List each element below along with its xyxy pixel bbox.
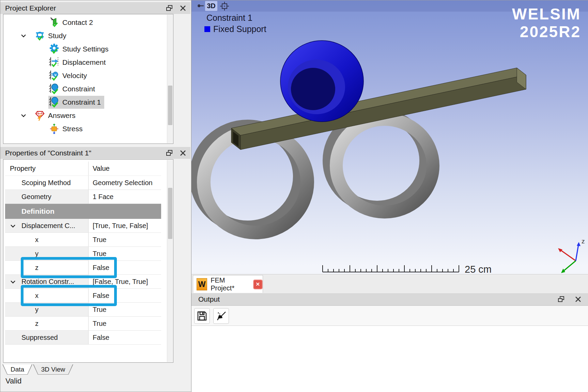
property-value-cell[interactable]: False	[89, 331, 161, 344]
property-row-displacement-c[interactable]: Displacement C...[True, True, False]	[5, 219, 161, 233]
tree-item-displacement[interactable]: Displacement	[4, 56, 166, 69]
property-value-cell[interactable]: [False, True, True]	[89, 275, 161, 288]
properties-scrollbar[interactable]	[167, 160, 173, 362]
contact-icon	[49, 17, 60, 28]
property-row-suppressed[interactable]: SuppressedFalse	[5, 331, 161, 345]
save-output-button[interactable]	[194, 308, 210, 324]
property-name-cell: Geometry	[5, 190, 89, 203]
property-value-cell[interactable]: False	[89, 261, 161, 274]
tree-scrollbar[interactable]	[167, 15, 173, 143]
document-close-icon[interactable]: ✕	[253, 280, 263, 289]
tree-item-label: Study	[48, 32, 66, 40]
property-row-y[interactable]: yTrue	[5, 303, 161, 317]
property-row-z[interactable]: zTrue	[5, 317, 161, 331]
legend-label: Fixed Support	[213, 24, 266, 34]
viewport-3d[interactable]: 3D	[191, 0, 588, 274]
property-value-cell[interactable]: 1 Face	[89, 190, 161, 203]
welsim-watermark: WELSIM 2025R2	[512, 5, 581, 41]
tab-data[interactable]: Data	[2, 364, 32, 375]
pin-icon[interactable]	[197, 3, 204, 11]
property-value-cell[interactable]: True	[89, 247, 161, 260]
close-panel-icon[interactable]	[180, 150, 186, 156]
expand-chevron-icon[interactable]	[20, 112, 29, 119]
properties-table: Property Value Scoping MethodGeometry Se…	[5, 162, 161, 345]
stress-icon	[49, 123, 60, 135]
tree-item-contact-2[interactable]: Contact 2	[4, 16, 166, 29]
properties-header: Properties of "Constraint 1"	[0, 147, 190, 159]
tree-item-study-settings[interactable]: Study Settings	[4, 42, 166, 56]
output-header: Output	[191, 293, 588, 306]
tab-data-label: Data	[11, 366, 24, 373]
property-row-x[interactable]: xFalse	[5, 289, 161, 303]
float-panel-icon[interactable]	[166, 150, 173, 156]
output-toolbar	[191, 306, 588, 326]
tree-item-label: Velocity	[62, 72, 87, 80]
property-name-cell: y	[5, 247, 89, 260]
output-log-area	[191, 326, 588, 392]
property-value-cell[interactable]: True	[89, 233, 161, 246]
tree-item-label: Contact 2	[62, 18, 93, 27]
scale-label: 25 cm	[465, 264, 492, 274]
property-value-cell[interactable]: True	[89, 303, 161, 316]
study-settings-icon	[49, 43, 60, 55]
tree-item-label: Answers	[48, 111, 76, 120]
property-row-rotation-constr[interactable]: Rotation Constr...[False, True, True]	[5, 275, 161, 289]
viewport-annotation-title: Constraint 1	[206, 13, 252, 23]
crosshair-target-icon[interactable]	[220, 2, 229, 12]
properties-panel-body: Property Value Scoping MethodGeometry Se…	[3, 159, 173, 363]
tree-item-velocity[interactable]: vVelocity	[4, 69, 166, 82]
viewport-tab-3d[interactable]: 3D	[205, 1, 217, 11]
property-name-cell: Rotation Constr...	[5, 275, 89, 288]
property-name-cell: x	[5, 233, 89, 246]
welsim-file-icon: W	[197, 278, 207, 290]
tree-item-label: Constraint	[62, 85, 95, 93]
property-value-cell[interactable]: [True, True, False]	[89, 219, 161, 232]
viewport-3d-scene[interactable]: 25 cm z	[191, 12, 588, 274]
property-row-x[interactable]: xTrue	[5, 233, 161, 247]
study-icon	[35, 30, 46, 42]
property-name-cell: z	[5, 317, 89, 330]
property-value-cell[interactable]: Geometry Selection	[89, 176, 161, 190]
properties-title: Properties of "Constraint 1"	[5, 149, 91, 157]
tree-item-answers[interactable]: Answers	[4, 109, 166, 122]
property-row-z[interactable]: zFalse	[5, 261, 161, 275]
property-row-scoping-method[interactable]: Scoping MethodGeometry Selection	[5, 176, 161, 190]
triad-z-label: z	[582, 238, 585, 245]
output-panel: Output	[191, 293, 588, 392]
property-name-cell: x	[5, 289, 89, 302]
project-explorer-header: Project Explorer	[0, 2, 190, 14]
welsim-app-window: Project Explorer Contact 2StudyStudy Set…	[0, 0, 588, 392]
properties-scrollbar-thumb[interactable]	[168, 188, 172, 239]
close-panel-icon[interactable]	[180, 5, 186, 12]
constraint-icon	[49, 83, 60, 95]
clear-output-button[interactable]	[213, 308, 229, 324]
tab-3d-view[interactable]: 3D View	[33, 364, 73, 375]
tree-scrollbar-thumb[interactable]	[168, 86, 172, 125]
section-header-definition: Definition	[5, 204, 161, 219]
property-row-geometry[interactable]: Geometry1 Face	[5, 190, 161, 204]
tree-item-constraint[interactable]: Constraint	[4, 82, 166, 95]
answers-icon	[35, 110, 46, 121]
properties-table-header: Property Value	[5, 162, 161, 176]
collapse-chevron-icon[interactable]	[9, 278, 17, 287]
tree-item-label: Stress	[62, 125, 83, 133]
property-value-cell[interactable]: False	[89, 289, 161, 302]
collapse-chevron-icon[interactable]	[9, 222, 17, 231]
property-row-y[interactable]: yTrue	[5, 247, 161, 261]
property-name-cell: Displacement C...	[5, 219, 89, 232]
gray-ring-right	[329, 114, 433, 212]
tree-item-study[interactable]: Study	[4, 29, 166, 42]
close-panel-icon[interactable]	[575, 296, 582, 303]
status-text: Valid	[5, 377, 21, 386]
tree-item-stress[interactable]: Stress	[4, 122, 166, 135]
float-panel-icon[interactable]	[558, 296, 564, 303]
viewport-legend: Fixed Support	[204, 24, 266, 34]
displacement-icon	[49, 57, 60, 68]
tree-item-constraint-1[interactable]: Constraint 1	[4, 95, 166, 109]
document-tab-fem-project[interactable]: W FEM Project* ✕	[193, 275, 263, 293]
save-icon	[197, 311, 207, 321]
clear-output-icon	[215, 310, 227, 322]
float-panel-icon[interactable]	[166, 5, 173, 12]
expand-chevron-icon[interactable]	[20, 32, 29, 40]
property-value-cell[interactable]: True	[89, 317, 161, 330]
